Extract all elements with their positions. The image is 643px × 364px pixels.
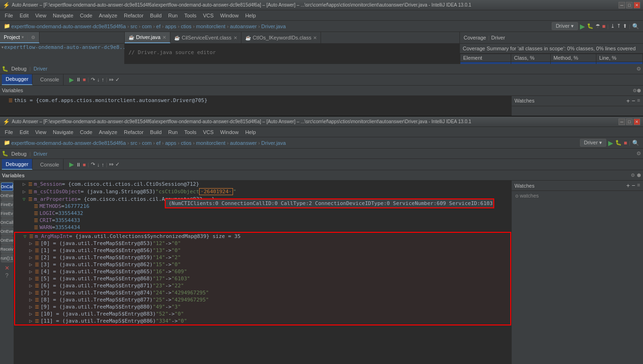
menu-refactor-top[interactable]: Refactor (121, 12, 146, 19)
stop-btn-bottom[interactable]: ■ (83, 162, 86, 167)
var-m-argmapint[interactable]: ▽ ☰ m_ArgMapInt = {java.util.Collections… (15, 233, 510, 240)
coverage-tab-label[interactable]: Coverage (464, 35, 486, 40)
bc-project-top[interactable]: expertflow-ondemand-auto-answer-dc9e815d… (11, 24, 126, 29)
search-button-bottom[interactable]: 🔍 (632, 140, 639, 146)
tab-driver-java[interactable]: ☕ Driver.java ✕ (125, 32, 170, 43)
add-watch-top[interactable]: + (626, 97, 630, 104)
debug-settings-top[interactable]: ⚙ (636, 66, 641, 72)
debug-button-bottom[interactable]: 🐛 (615, 140, 622, 146)
step-out-top[interactable]: ↑ (102, 77, 104, 82)
debug-driver-label-bottom[interactable]: Driver (33, 151, 47, 157)
remove-watch-top[interactable]: − (632, 97, 635, 104)
remove-watch-bottom[interactable]: − (632, 182, 635, 189)
run-to-cursor-top[interactable]: ⤇ (109, 77, 113, 83)
variables-settings-top[interactable]: ⚙ (633, 88, 637, 93)
menu-file-bottom[interactable]: File (2, 128, 16, 136)
menu-edit-bottom[interactable]: Edit (17, 128, 32, 136)
vcs-push-top[interactable]: ⬆ (623, 23, 627, 29)
map-entry-6[interactable]: ▷ ☰ [6] = (java.util.TreeMapS$Entry@871)… (15, 282, 510, 289)
sort-watch-bottom[interactable]: ≡ (637, 182, 640, 189)
map-entry-10[interactable]: ▷ ☰ [10] = (java.util.TreeMapS$Entry@883… (15, 310, 510, 317)
bc-driver-bottom[interactable]: Driver.java (261, 140, 286, 146)
menu-refactor-bottom[interactable]: Refactor (121, 128, 146, 136)
var-this-top[interactable]: ☰ this = {com.ef.apps.ctios.monitorclien… (0, 97, 511, 104)
cil-service-close[interactable]: ✕ (233, 35, 237, 40)
var-m-arprops[interactable]: ▽ ☰ m_arProperties = {com.cisco.cti.ctio… (14, 196, 511, 203)
bc-ef-bottom[interactable]: ef (156, 140, 161, 146)
tab-console-bottom[interactable]: Console (36, 159, 63, 170)
ctios-close[interactable]: ✕ (313, 35, 317, 40)
bc-autoanswer-bottom[interactable]: autoanswer (230, 140, 257, 146)
variables-expand-top[interactable]: ⬢ (637, 88, 641, 93)
side-fireev2[interactable]: FireEv (1, 209, 13, 218)
menu-vcs-top[interactable]: VCS (200, 12, 217, 19)
map-entry-11[interactable]: ▷ ☰ [11] = (java.util.TreeMapS$Entry@886… (15, 317, 510, 324)
menu-build-top[interactable]: Build (147, 12, 164, 19)
menu-tools-bottom[interactable]: Tools (181, 128, 199, 136)
menu-code-top[interactable]: Code (77, 12, 95, 19)
pause-btn-bottom[interactable]: ⏸ (76, 162, 81, 167)
vcs-update-top[interactable]: ⤓ (611, 23, 615, 29)
variables-settings-bottom[interactable]: ⚙ (631, 173, 635, 178)
menu-run-top[interactable]: Run (165, 12, 180, 19)
menu-view-top[interactable]: View (32, 12, 49, 19)
minimize-button-top[interactable]: ─ (619, 2, 625, 8)
map-entry-8[interactable]: ▷ ☰ [8] = (java.util.TreeMapS$Entry@877)… (15, 296, 510, 303)
run-config-selector-top[interactable]: Driver ▾ (552, 22, 578, 30)
menu-analyze-bottom[interactable]: Analyze (96, 128, 120, 136)
side-run[interactable]: run():1 (1, 254, 13, 262)
bc-autoanswer-top[interactable]: autoanswer (230, 24, 257, 29)
bc-ef-top[interactable]: ef (156, 24, 161, 29)
menu-vcs-bottom[interactable]: VCS (200, 128, 217, 136)
var-logic[interactable]: ☰ LOGIC = 33554432 (14, 210, 511, 217)
eval-expr-bottom[interactable]: ✓ (115, 161, 120, 167)
project-tab-settings[interactable]: ⚙ (31, 35, 35, 40)
bc-project-bottom[interactable]: expertflow-ondemand-auto-answer-dc9e815d… (11, 140, 126, 146)
menu-build-bottom[interactable]: Build (147, 128, 164, 136)
menu-edit-top[interactable]: Edit (17, 12, 32, 19)
resume-btn-top[interactable]: ▶ (69, 76, 74, 83)
tab-project-top[interactable]: Project ▾ | ⚙ (0, 32, 40, 43)
search-button-top[interactable]: 🔍 (632, 23, 639, 30)
tab-ctios-keywords[interactable]: ☕ CtIOs_IKeywordIDs.class ✕ (241, 32, 322, 43)
run-to-cursor-bottom[interactable]: ⤇ (109, 161, 113, 167)
side-receiv[interactable]: Receiv (1, 245, 13, 253)
run-button-top[interactable]: ▶ (580, 23, 585, 30)
run-config-selector-bottom[interactable]: Driver ▾ (580, 139, 606, 147)
side-oncall[interactable]: OnCal (1, 182, 13, 191)
driver-java-close[interactable]: ✕ (162, 35, 166, 40)
variables-expand-bottom[interactable]: ⬢ (637, 173, 641, 178)
vcs-commit-top[interactable]: ⤒ (617, 23, 621, 29)
step-over-bottom[interactable]: ↷ (91, 161, 95, 167)
project-tab-dropdown[interactable]: ▾ (22, 35, 24, 40)
var-m-session[interactable]: ▷ ☰ m_Session = {com.cisco.cti.ctios.cil… (14, 181, 511, 188)
menu-help-bottom[interactable]: Help (242, 128, 259, 136)
sort-watch-top[interactable]: ≡ (637, 97, 640, 104)
menu-navigate-top[interactable]: Navigate (50, 12, 76, 19)
menu-tools-top[interactable]: Tools (181, 12, 199, 19)
stop-button-top[interactable]: ■ (602, 23, 605, 30)
map-entry-7[interactable]: ▷ ☰ [7] = (java.util.TreeMapS$Entry@874)… (15, 289, 510, 296)
minimize-button-bottom[interactable]: ─ (619, 119, 625, 125)
step-over-top[interactable]: ↷ (91, 77, 95, 83)
maximize-button-bottom[interactable]: □ (626, 119, 633, 125)
side-oncall2[interactable]: OnCall (1, 218, 13, 227)
bc-com-bottom[interactable]: com (142, 140, 152, 146)
step-into-bottom[interactable]: ↓ (97, 162, 100, 167)
tab-cil-service[interactable]: ☕ CilServiceEvent.class ✕ (170, 32, 241, 43)
side-close-icon[interactable]: ✕ (5, 265, 9, 271)
bc-monitorclient-bottom[interactable]: monitorclient (196, 140, 225, 146)
stop-button-bottom[interactable]: ■ (624, 140, 627, 146)
maximize-button-top[interactable]: □ (626, 2, 633, 8)
var-crit[interactable]: ☰ CRIT = 33554433 (14, 217, 511, 224)
side-oneve3[interactable]: OnEve (1, 236, 13, 245)
bc-com-top[interactable]: com (142, 24, 152, 29)
menu-navigate-bottom[interactable]: Navigate (50, 128, 76, 136)
map-entry-5[interactable]: ▷ ☰ [5] = (java.util.TreeMapS$Entry@868)… (15, 275, 510, 282)
map-entry-9[interactable]: ▷ ☰ [9] = (java.util.TreeMapS$Entry@880)… (15, 303, 510, 310)
side-question-icon[interactable]: ? (5, 272, 9, 279)
debug-driver-label-top[interactable]: Driver (33, 66, 47, 71)
add-watch-bottom[interactable]: + (626, 182, 630, 189)
pause-btn-top[interactable]: ⏸ (76, 77, 81, 82)
menu-run-bottom[interactable]: Run (165, 128, 180, 136)
